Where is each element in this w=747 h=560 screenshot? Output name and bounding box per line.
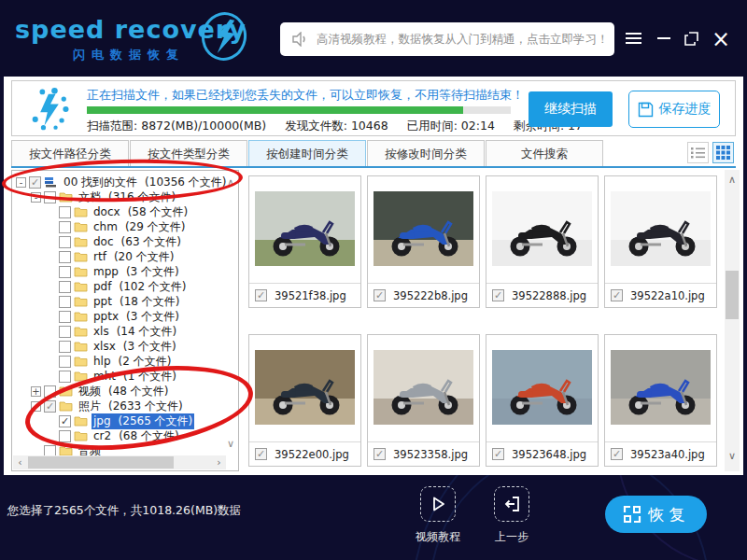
video-tutorial-button[interactable] <box>420 486 456 522</box>
tree-checkbox[interactable] <box>59 430 71 442</box>
tree-item[interactable]: ✓jpg(2565 个文件) <box>12 413 238 428</box>
tab-0[interactable]: 按文件路径分类 <box>11 140 129 166</box>
tree-checkbox[interactable] <box>59 281 71 293</box>
tree-item-label: 00 找到的文件 <box>63 175 137 189</box>
tree-checkbox[interactable] <box>59 221 71 233</box>
file-card[interactable]: ✓39522888.jpg <box>486 175 599 308</box>
save-icon <box>638 102 654 118</box>
previous-step-button[interactable] <box>494 486 529 522</box>
horizontal-scrollbar[interactable]: ‹ › <box>13 455 226 469</box>
tree-checkbox[interactable] <box>59 251 71 263</box>
file-checkbox[interactable]: ✓ <box>492 289 504 301</box>
grid-view-icon[interactable] <box>712 142 734 163</box>
notice-banner[interactable]: 高清视频教程，数据恢复从入门到精通，点击立即学习！ <box>280 22 614 56</box>
folder-icon <box>59 191 73 203</box>
tree-checkbox[interactable] <box>59 236 71 248</box>
file-card[interactable]: ✓39523358.jpg <box>367 334 480 467</box>
collapse-icon[interactable]: - <box>16 177 26 188</box>
tab-4[interactable]: 文件搜索 <box>486 140 603 166</box>
collapse-icon[interactable]: - <box>31 192 41 203</box>
tree-item[interactable]: +视频(48 个文件) <box>12 384 238 399</box>
tree-checkbox[interactable] <box>59 326 71 338</box>
scroll-up-icon[interactable]: ∧ <box>725 174 740 186</box>
motorcycle-photo <box>492 350 592 425</box>
tree-item[interactable]: xls(14 个文件) <box>12 324 238 339</box>
motorcycle-photo <box>255 191 355 266</box>
tree-item[interactable]: doc(63 个文件) <box>12 234 238 249</box>
menu-icon[interactable] <box>626 30 641 47</box>
file-card[interactable]: ✓39522e00.jpg <box>248 334 361 467</box>
file-card[interactable]: ✓39521f38.jpg <box>248 175 361 308</box>
file-checkbox[interactable]: ✓ <box>374 448 386 460</box>
tree-item[interactable]: mpp(3 个文件) <box>12 264 238 279</box>
continue-scan-button[interactable]: 继续扫描 <box>529 91 613 127</box>
file-checkbox[interactable]: ✓ <box>492 448 504 460</box>
scroll-down-icon[interactable]: ∨ <box>227 438 234 450</box>
scroll-down-icon[interactable]: ∨ <box>725 450 740 462</box>
tree-checkbox[interactable] <box>59 371 71 383</box>
save-progress-button[interactable]: 保存进度 <box>628 91 720 128</box>
tree-item[interactable]: -文档(316 个文件) <box>12 189 238 204</box>
tree-item[interactable]: docx(58 个文件) <box>12 204 238 219</box>
maximize-icon[interactable] <box>684 32 698 49</box>
tree-checkbox[interactable] <box>44 385 56 398</box>
file-checkbox[interactable]: ✓ <box>255 289 267 301</box>
tree-checkbox[interactable]: ✓ <box>59 415 71 427</box>
tab-2[interactable]: 按创建时间分类 <box>248 140 366 166</box>
tree-item[interactable]: ppt(18 个文件) <box>12 294 238 309</box>
file-checkbox[interactable]: ✓ <box>611 289 623 301</box>
tree-item[interactable]: rtf(20 个文件) <box>12 249 238 264</box>
tree-checkbox[interactable] <box>59 206 71 218</box>
scrollbar-thumb[interactable] <box>726 271 739 319</box>
file-grid-panel: ✓39521f38.jpg✓395222b8.jpg✓39522888.jpg✓… <box>245 170 721 471</box>
video-tutorial-label[interactable]: 视频教程 <box>401 529 475 545</box>
scan-spinner-icon <box>27 87 72 132</box>
collapse-icon[interactable]: - <box>31 401 41 412</box>
tree-item[interactable]: cr2(68 个文件) <box>12 428 238 443</box>
folder-icon <box>59 400 73 412</box>
tab-3[interactable]: 按修改时间分类 <box>367 140 485 166</box>
tree-item[interactable]: -✓00 找到的文件(10356 个文件) <box>12 175 238 189</box>
tree-item-label: mpp <box>93 265 119 278</box>
scroll-right-icon[interactable]: › <box>212 456 226 469</box>
file-card[interactable]: ✓39522a10.jpg <box>604 175 717 308</box>
tree-item-count: (102 个文件) <box>119 280 186 293</box>
tree-checkbox[interactable] <box>59 296 71 308</box>
tab-1[interactable]: 按文件类型分类 <box>130 140 247 166</box>
scrollbar-thumb[interactable] <box>28 456 174 469</box>
list-view-icon[interactable] <box>687 142 709 163</box>
file-checkbox[interactable]: ✓ <box>611 448 623 460</box>
tree-item[interactable]: -✓照片(2633 个文件) <box>12 399 238 413</box>
scroll-up-icon[interactable]: ∧ <box>227 176 234 189</box>
close-icon[interactable]: × <box>712 31 730 48</box>
tree-item-count: (3 个文件) <box>126 310 179 323</box>
folder-icon <box>74 341 88 352</box>
file-card[interactable]: ✓39523648.jpg <box>486 334 599 467</box>
tree-checkbox[interactable] <box>44 191 56 203</box>
expand-icon[interactable]: + <box>31 386 41 397</box>
recover-button[interactable]: 恢复 <box>605 496 707 533</box>
file-checkbox[interactable]: ✓ <box>374 289 386 301</box>
tree-item[interactable]: hlp(2 个文件) <box>12 354 238 369</box>
tree-checkbox[interactable]: ✓ <box>44 400 56 413</box>
previous-step-label[interactable]: 上一步 <box>474 529 549 545</box>
tree-item[interactable]: pdf(102 个文件) <box>12 279 238 294</box>
file-name-row: ✓39523358.jpg <box>368 441 479 466</box>
tree-checkbox[interactable] <box>59 266 71 278</box>
tree-checkbox[interactable] <box>59 356 71 368</box>
file-card[interactable]: ✓39523a40.jpg <box>604 334 717 467</box>
tree-item[interactable]: chm(29 个文件) <box>12 219 238 234</box>
scroll-left-icon[interactable]: ‹ <box>13 456 27 469</box>
tree-item[interactable]: xlsx(3 个文件) <box>12 339 238 354</box>
vertical-scrollbar[interactable]: ∧ ∨ <box>725 170 740 471</box>
file-card[interactable]: ✓395222b8.jpg <box>367 175 480 308</box>
folder-icon <box>74 311 88 322</box>
minimize-icon[interactable] <box>657 30 670 39</box>
scan-progress-fill <box>87 106 463 114</box>
tree-item[interactable]: mht(1 个文件) <box>12 369 238 384</box>
tree-checkbox[interactable] <box>59 311 71 323</box>
tree-checkbox[interactable]: ✓ <box>29 176 41 189</box>
file-checkbox[interactable]: ✓ <box>255 448 267 460</box>
tree-checkbox[interactable] <box>59 341 71 353</box>
tree-item[interactable]: pptx(3 个文件) <box>12 309 238 324</box>
